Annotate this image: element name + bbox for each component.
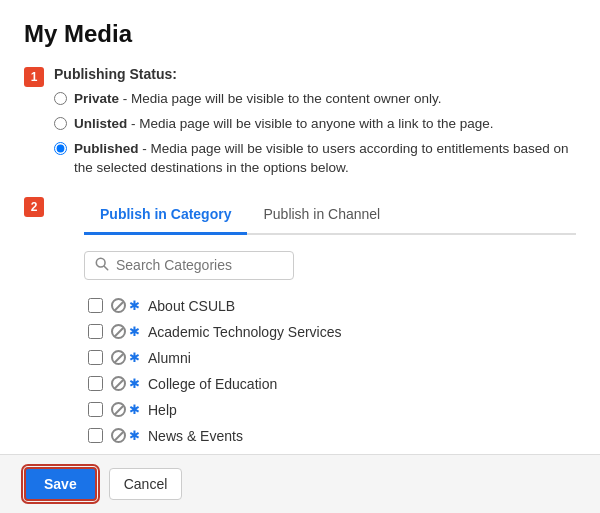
publish-section-content: Publish in Category Publish in Channel [84,196,576,470]
icon-group: ✱ [111,350,140,365]
radio-unlisted-label[interactable]: Unlisted - Media page will be visible to… [74,115,494,134]
block-icon [111,402,126,417]
checkbox-cat3[interactable] [88,350,103,365]
radio-private-label[interactable]: Private - Media page will be visible to … [74,90,441,109]
checkbox-cat2[interactable] [88,324,103,339]
icon-group: ✱ [111,298,140,313]
radio-unlisted-title: Unlisted [74,116,127,131]
radio-published-title: Published [74,141,139,156]
section-number-2: 2 [24,197,44,217]
star-icon: ✱ [129,428,140,443]
tab-channel[interactable]: Publish in Channel [247,196,396,235]
radio-item-published: Published - Media page will be visible t… [54,140,576,178]
publishing-status-label: Publishing Status: [54,66,576,82]
category-name[interactable]: Alumni [148,350,191,366]
page-container: My Media 1 Publishing Status: Private - … [0,0,600,513]
publishing-status-section: 1 Publishing Status: Private - Media pag… [24,66,576,178]
block-icon [111,428,126,443]
category-name[interactable]: News & Events [148,428,243,444]
publish-section: 2 Publish in Category Publish in Channel [24,196,576,470]
checkbox-cat4[interactable] [88,376,103,391]
list-item: ✱ Help [88,402,576,418]
block-icon [111,350,126,365]
star-icon: ✱ [129,350,140,365]
save-button[interactable]: Save [24,467,97,501]
list-item: ✱ Academic Technology Services [88,324,576,340]
category-name[interactable]: College of Education [148,376,277,392]
block-icon [111,324,126,339]
search-input[interactable] [116,257,283,273]
radio-item-unlisted: Unlisted - Media page will be visible to… [54,115,576,134]
icon-group: ✱ [111,402,140,417]
block-icon [111,298,126,313]
publishing-status-content: Publishing Status: Private - Media page … [54,66,576,178]
block-icon [111,376,126,391]
star-icon: ✱ [129,324,140,339]
icon-group: ✱ [111,376,140,391]
star-icon: ✱ [129,298,140,313]
category-name[interactable]: Academic Technology Services [148,324,342,340]
list-item: ✱ About CSULB [88,298,576,314]
radio-unlisted-desc: - Media page will be visible to anyone w… [131,116,493,131]
list-item: ✱ News & Events [88,428,576,444]
cancel-button[interactable]: Cancel [109,468,183,500]
category-name[interactable]: Help [148,402,177,418]
radio-private-title: Private [74,91,119,106]
tab-category[interactable]: Publish in Category [84,196,247,235]
search-icon [95,257,109,274]
checkbox-cat6[interactable] [88,428,103,443]
page-title: My Media [24,20,576,48]
radio-published-label[interactable]: Published - Media page will be visible t… [74,140,576,178]
star-icon: ✱ [129,376,140,391]
list-item: ✱ College of Education [88,376,576,392]
icon-group: ✱ [111,324,140,339]
checkbox-cat5[interactable] [88,402,103,417]
radio-unlisted[interactable] [54,117,67,130]
search-box [84,251,294,280]
radio-private-desc: - Media page will be visible to the cont… [123,91,442,106]
star-icon: ✱ [129,402,140,417]
radio-item-private: Private - Media page will be visible to … [54,90,576,109]
category-name[interactable]: About CSULB [148,298,235,314]
list-item: ✱ Alumni [88,350,576,366]
icon-group: ✱ [111,428,140,443]
radio-published[interactable] [54,142,67,155]
svg-line-1 [104,266,108,270]
section-number-1: 1 [24,67,44,87]
tabs-row: Publish in Category Publish in Channel [84,196,576,235]
radio-private[interactable] [54,92,67,105]
footer-bar: Save Cancel [0,454,600,513]
category-list: ✱ About CSULB ✱ Academic Technology Serv… [88,298,576,470]
radio-group: Private - Media page will be visible to … [54,90,576,178]
radio-published-desc: - Media page will be visible to users ac… [74,141,569,175]
checkbox-cat1[interactable] [88,298,103,313]
